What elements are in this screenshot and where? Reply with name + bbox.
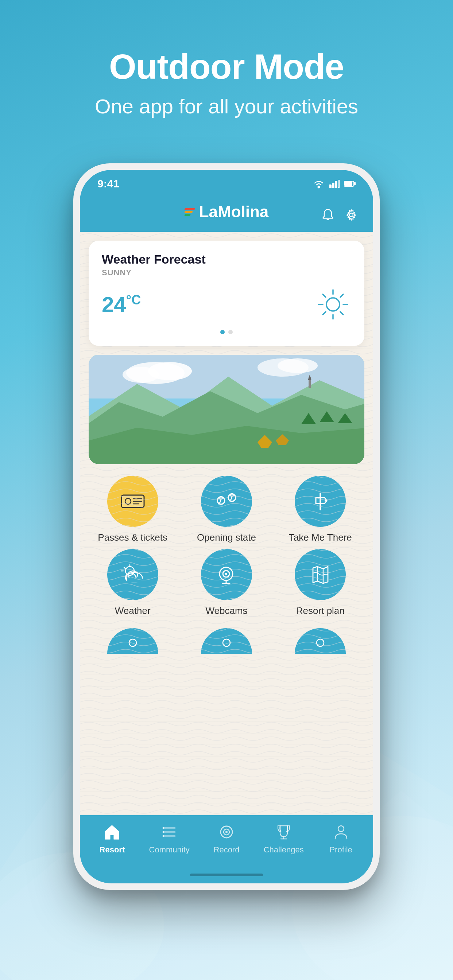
gear-icon (344, 208, 359, 223)
promo-title: Outdoor Mode (0, 48, 453, 86)
menu-item-passes[interactable]: Passes & tickets (89, 476, 177, 543)
partial-circle-top-1 (107, 628, 158, 654)
nav-challenges-label: Challenges (264, 845, 304, 854)
nav-item-community[interactable]: Community (147, 822, 191, 854)
bottom-navigation: Resort Community (80, 815, 373, 869)
logo-stripes (185, 208, 195, 216)
home-bar (190, 873, 263, 876)
stripe-red (184, 208, 195, 210)
menu-item-take-me-there[interactable]: Take Me There (276, 476, 364, 543)
passes-icon-circle (107, 476, 158, 527)
svg-rect-8 (354, 183, 356, 185)
nav-record-icon-wrap (214, 822, 239, 842)
svg-point-24 (123, 367, 159, 383)
settings-button[interactable] (344, 208, 359, 223)
svg-line-37 (220, 499, 221, 502)
webcam-icon (214, 563, 238, 587)
svg-line-18 (340, 294, 343, 297)
weather-temperature: 24°C (102, 292, 141, 317)
nav-resort-label: Resort (100, 845, 125, 854)
notification-button[interactable] (321, 208, 335, 223)
svg-point-61 (317, 639, 324, 646)
promo-subtitle: One app for all your activities (0, 93, 453, 120)
person-icon (333, 824, 349, 840)
menu-item-webcams[interactable]: Webcams (182, 549, 270, 617)
nav-item-resort[interactable]: Resort (90, 822, 134, 854)
webcams-icon-circle (201, 549, 252, 600)
menu-item-resort-plan[interactable]: Resort plan (276, 549, 364, 617)
home-icon (103, 824, 121, 840)
list-icon (161, 824, 178, 840)
svg-line-40 (231, 496, 232, 499)
svg-point-66 (163, 831, 164, 833)
weather-condition: SUNNY (102, 268, 351, 277)
nav-item-challenges[interactable]: Challenges (262, 822, 306, 854)
opening-icon-circle (201, 476, 252, 527)
webcams-label: Webcams (205, 605, 247, 617)
partial-icon-2 (182, 628, 270, 654)
svg-point-2 (318, 186, 320, 188)
wifi-icon (313, 179, 325, 188)
svg-rect-6 (338, 180, 340, 188)
dot-2 (228, 330, 233, 334)
trophy-icon (276, 824, 292, 840)
stripe-green (184, 214, 190, 216)
nav-profile-icon-wrap (328, 822, 354, 842)
promo-section: Outdoor Mode One app for all your activi… (0, 0, 453, 149)
svg-rect-9 (345, 182, 352, 186)
stripe-yellow (184, 211, 193, 213)
menu-item-opening[interactable]: Opening state (182, 476, 270, 543)
partial-bottom-icons (89, 628, 364, 654)
status-icons (313, 179, 356, 188)
svg-point-60 (223, 639, 230, 646)
bell-icon (321, 208, 335, 223)
nav-item-record[interactable]: Record (205, 822, 248, 854)
svg-line-46 (124, 567, 126, 569)
signal-icon (329, 180, 340, 188)
svg-rect-5 (335, 181, 337, 188)
nav-item-profile[interactable]: Profile (319, 822, 363, 854)
phone-screen: 9:41 (80, 170, 373, 883)
partial-icon-svg-3 (311, 637, 329, 650)
svg-point-59 (129, 639, 136, 646)
svg-point-73 (338, 826, 344, 832)
svg-rect-3 (329, 185, 331, 188)
partial-circle-top-3 (295, 628, 346, 654)
signpost-icon (309, 490, 332, 513)
header-actions (321, 208, 359, 223)
svg-point-10 (349, 213, 353, 217)
svg-point-26 (278, 358, 318, 373)
content-area: Weather Forecast SUNNY 24°C (80, 232, 373, 815)
svg-line-16 (323, 294, 326, 297)
card-dots (102, 330, 351, 334)
weather-label: Weather (115, 605, 151, 617)
sun-icon (315, 286, 351, 323)
take-me-there-icon-circle (295, 476, 346, 527)
weather-icon-circle (107, 549, 158, 600)
weather-card-title: Weather Forecast (102, 252, 351, 267)
weather-icon (119, 563, 146, 587)
svg-line-17 (340, 312, 343, 315)
menu-item-weather[interactable]: Weather (89, 549, 177, 617)
weather-row: 24°C (102, 286, 351, 323)
opening-label: Opening state (197, 532, 256, 543)
svg-point-11 (327, 298, 340, 311)
svg-point-70 (225, 831, 228, 833)
svg-point-67 (163, 835, 164, 837)
map-icon (309, 563, 332, 587)
nav-community-icon-wrap (156, 822, 182, 842)
svg-point-65 (163, 827, 164, 829)
resort-plan-label: Resort plan (296, 605, 345, 617)
nav-challenges-icon-wrap (271, 822, 297, 842)
battery-icon (344, 180, 356, 187)
phone-mockup: 9:41 (0, 163, 453, 890)
mountain-scene-svg (89, 355, 364, 464)
mountain-photo (89, 355, 364, 464)
take-me-there-label: Take Me There (289, 532, 352, 543)
opening-state-icon (214, 490, 239, 512)
nav-community-label: Community (149, 845, 190, 854)
weather-card[interactable]: Weather Forecast SUNNY 24°C (89, 240, 364, 346)
menu-grid: Passes & tickets (89, 476, 364, 617)
record-icon (218, 824, 235, 840)
nav-profile-label: Profile (329, 845, 352, 854)
